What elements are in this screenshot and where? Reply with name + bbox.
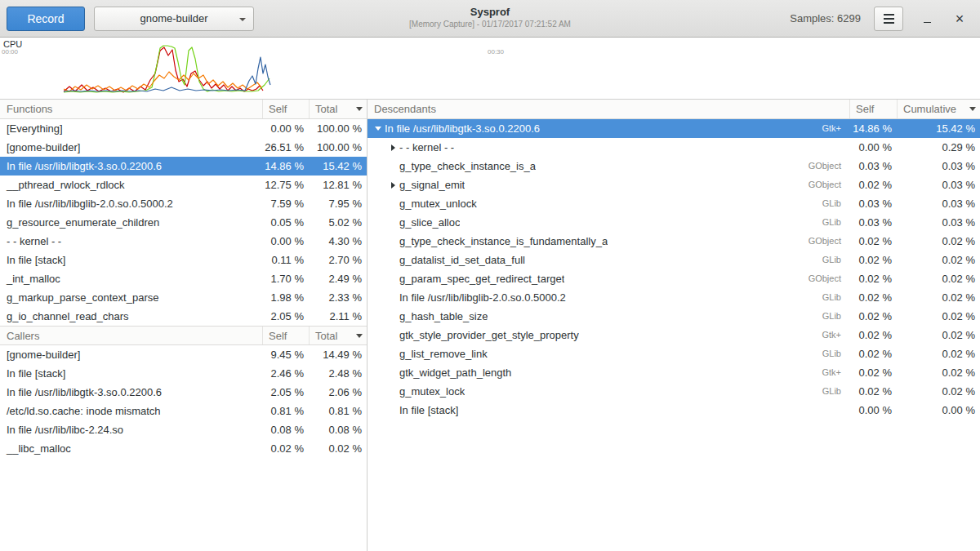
- function-row[interactable]: - - kernel - -0.00 %4.30 %: [0, 232, 367, 251]
- self-percent: 0.00 %: [262, 119, 309, 138]
- minimize-button[interactable]: [916, 8, 938, 29]
- functions-total-column-header[interactable]: Total: [309, 100, 367, 118]
- descendant-row[interactable]: In file /usr/lib/libgtk-3.so.0.2200.6Gtk…: [368, 119, 980, 138]
- descendant-row[interactable]: - - kernel - -0.00 %0.29 %: [368, 138, 980, 157]
- descendant-row[interactable]: In file [stack]0.00 %0.00 %: [368, 401, 980, 420]
- functions-self-column-header[interactable]: Self: [262, 100, 309, 118]
- callers-column-header[interactable]: Callers: [0, 327, 262, 344]
- functions-column-header[interactable]: Functions: [0, 100, 262, 118]
- function-row[interactable]: g_markup_parse_context_parse1.98 %2.33 %: [0, 288, 367, 307]
- descendant-name-cell: - - kernel - -: [368, 138, 849, 157]
- descendant-row[interactable]: g_datalist_id_set_data_fullGLib0.02 %0.0…: [368, 251, 980, 269]
- function-row[interactable]: g_io_channel_read_chars2.05 %2.11 %: [0, 307, 367, 326]
- self-percent: 0.02 %: [849, 288, 897, 307]
- descendant-row[interactable]: g_signal_emitGObject0.02 %0.03 %: [368, 176, 980, 194]
- descendant-name-cell: In file /usr/lib/libgtk-3.so.0.2200.6Gtk…: [368, 119, 849, 138]
- function-row[interactable]: In file [stack]0.11 %2.70 %: [0, 251, 367, 269]
- self-percent: 0.02 %: [849, 176, 897, 194]
- chevron-down-icon: [239, 18, 246, 21]
- callers-total-column-header[interactable]: Total: [309, 327, 367, 344]
- expander-icon: [386, 194, 399, 213]
- total-percent: 2.48 %: [309, 364, 367, 383]
- total-percent: 2.70 %: [309, 251, 367, 269]
- function-name: g_list_remove_link: [399, 344, 488, 363]
- caller-row[interactable]: /etc/ld.so.cache: inode mismatch0.81 %0.…: [0, 402, 367, 420]
- expander-icon[interactable]: [386, 138, 399, 157]
- cumulative-column-header[interactable]: Cumulative: [897, 100, 980, 118]
- descendant-row[interactable]: g_param_spec_get_redirect_targetGObject0…: [368, 269, 980, 288]
- descendant-name-cell: g_param_spec_get_redirect_targetGObject: [368, 269, 849, 288]
- callers-self-column-header[interactable]: Self: [262, 327, 309, 344]
- function-name: In file /usr/lib/libgtk-3.so.0.2200.6: [0, 383, 262, 402]
- descendant-row[interactable]: g_type_check_instance_is_fundamentally_a…: [368, 232, 980, 251]
- cumulative-percent: 0.02 %: [897, 363, 980, 382]
- close-button[interactable]: ×: [949, 8, 970, 29]
- function-name: [Everything]: [0, 119, 262, 138]
- function-row[interactable]: __pthread_rwlock_rdlock12.75 %12.81 %: [0, 176, 367, 194]
- descendant-row[interactable]: gtk_style_provider_get_style_propertyGtk…: [368, 326, 980, 344]
- cpu-graph[interactable]: CPU 00:00 00:30: [0, 38, 980, 100]
- caller-row[interactable]: __libc_malloc0.02 %0.02 %: [0, 439, 367, 458]
- descendant-row[interactable]: gtk_widget_path_lengthGtk+0.02 %0.02 %: [368, 363, 980, 382]
- descendant-row[interactable]: g_type_check_instance_is_aGObject0.03 %0…: [368, 157, 980, 176]
- expander-icon: [386, 307, 399, 326]
- function-row[interactable]: g_resource_enumerate_children0.05 %5.02 …: [0, 213, 367, 232]
- self-percent: 0.02 %: [262, 439, 309, 458]
- cumulative-percent: 0.03 %: [897, 176, 980, 194]
- self-percent: 26.51 %: [262, 138, 309, 157]
- function-name: g_mutex_lock: [399, 382, 465, 401]
- descendant-row[interactable]: g_mutex_lockGLib0.02 %0.02 %: [368, 382, 980, 401]
- descendants-column-header[interactable]: Descendants: [368, 100, 849, 118]
- total-percent: 2.06 %: [309, 383, 367, 402]
- self-percent: 0.00 %: [262, 232, 309, 251]
- function-row[interactable]: In file /usr/lib/libglib-2.0.so.0.5000.2…: [0, 194, 367, 213]
- sysprof-window: Record gnome-builder Sysprof [Memory Cap…: [0, 0, 980, 551]
- function-row[interactable]: In file /usr/lib/libgtk-3.so.0.2200.614.…: [0, 157, 367, 176]
- expander-icon: [386, 363, 399, 382]
- total-percent: 15.42 %: [309, 157, 367, 176]
- library-tag: Gtk+: [822, 119, 849, 138]
- library-tag: GLib: [822, 288, 849, 307]
- function-name: g_signal_emit: [399, 176, 465, 194]
- descendant-row[interactable]: g_mutex_unlockGLib0.03 %0.03 %: [368, 194, 980, 213]
- cumulative-percent: 0.02 %: [897, 288, 980, 307]
- caller-row[interactable]: In file /usr/lib/libgtk-3.so.0.2200.62.0…: [0, 383, 367, 402]
- descendants-self-column-header[interactable]: Self: [849, 100, 897, 118]
- cumulative-percent: 0.00 %: [897, 401, 980, 420]
- function-row[interactable]: [Everything]0.00 %100.00 %: [0, 119, 367, 138]
- function-name: In file [stack]: [0, 364, 262, 383]
- self-percent: 1.98 %: [262, 288, 309, 307]
- function-row[interactable]: [gnome-builder]26.51 %100.00 %: [0, 138, 367, 157]
- self-percent: 0.02 %: [849, 326, 897, 344]
- expander-icon: [386, 344, 399, 363]
- total-percent: 14.49 %: [309, 345, 367, 364]
- caller-row[interactable]: [gnome-builder]9.45 %14.49 %: [0, 345, 367, 364]
- descendant-name-cell: gtk_widget_path_lengthGtk+: [368, 363, 849, 382]
- cpu-line-cpu0: [64, 47, 263, 92]
- expander-icon: [386, 269, 399, 288]
- function-name: _int_malloc: [0, 269, 262, 288]
- expander-icon[interactable]: [386, 176, 399, 194]
- cumulative-percent: 0.02 %: [897, 269, 980, 288]
- function-name: [gnome-builder]: [0, 138, 262, 157]
- function-name: __pthread_rwlock_rdlock: [0, 176, 262, 194]
- cumulative-percent: 0.02 %: [897, 307, 980, 326]
- function-row[interactable]: _int_malloc1.70 %2.49 %: [0, 269, 367, 288]
- caller-row[interactable]: In file [stack]2.46 %2.48 %: [0, 364, 367, 383]
- menu-button[interactable]: [874, 7, 903, 31]
- expander-icon[interactable]: [372, 119, 385, 138]
- descendant-row[interactable]: In file /usr/lib/libglib-2.0.so.0.5000.2…: [368, 288, 980, 307]
- record-button[interactable]: Record: [7, 7, 85, 31]
- process-selector[interactable]: gnome-builder: [94, 7, 254, 31]
- function-name: - - kernel - -: [399, 138, 454, 157]
- self-percent: 0.02 %: [849, 344, 897, 363]
- descendant-name-cell: g_datalist_id_set_data_fullGLib: [368, 251, 849, 269]
- caller-row[interactable]: In file /usr/lib/libc-2.24.so0.08 %0.08 …: [0, 420, 367, 439]
- descendant-row[interactable]: g_hash_table_sizeGLib0.02 %0.02 %: [368, 307, 980, 326]
- descendant-row[interactable]: g_slice_allocGLib0.03 %0.03 %: [368, 213, 980, 232]
- process-selector-label: gnome-builder: [140, 12, 207, 24]
- descendant-row[interactable]: g_list_remove_linkGLib0.02 %0.02 %: [368, 344, 980, 363]
- function-name: g_param_spec_get_redirect_target: [399, 269, 564, 288]
- self-percent: 0.02 %: [849, 251, 897, 269]
- self-percent: 0.11 %: [262, 251, 309, 269]
